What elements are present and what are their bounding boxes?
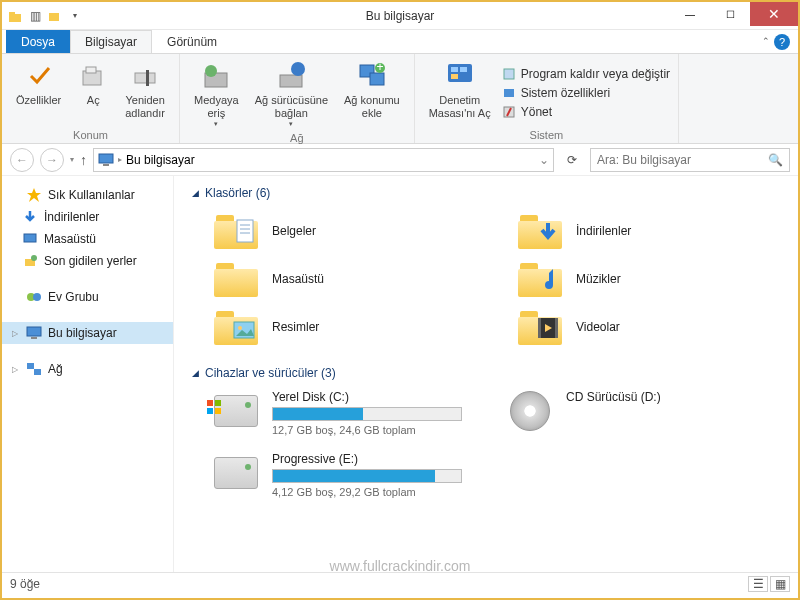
ribbon-open-button[interactable]: Aç: [71, 58, 115, 127]
add-network-icon: +: [356, 60, 388, 92]
uninstall-icon: [501, 66, 517, 82]
up-button[interactable]: ↑: [80, 152, 87, 168]
qat-new-folder-icon[interactable]: [48, 9, 62, 23]
drive-item[interactable]: CD Sürücüsü (D:): [506, 390, 780, 436]
chevron-down-icon: ▾: [289, 120, 293, 128]
network-icon: [26, 361, 42, 377]
collapse-ribbon-icon[interactable]: ⌃: [762, 36, 770, 46]
search-box[interactable]: 🔍: [590, 148, 790, 172]
svg-rect-1: [9, 12, 15, 15]
sidebar-downloads[interactable]: İndirilenler: [2, 206, 173, 228]
computer-icon: [98, 152, 114, 168]
folder-name: İndirilenler: [576, 224, 631, 238]
drive-stats: 12,7 GB boş, 24,6 GB toplam: [272, 424, 462, 436]
search-input[interactable]: [597, 153, 762, 167]
rename-icon: [129, 60, 161, 92]
close-button[interactable]: ✕: [750, 2, 798, 26]
svg-point-10: [291, 62, 305, 76]
section-drives-header[interactable]: ◢ Cihazlar ve sürücüler (3): [192, 366, 780, 380]
svg-rect-5: [135, 73, 155, 83]
sidebar-homegroup[interactable]: Ev Grubu: [2, 286, 173, 308]
folder-item[interactable]: İndirilenler: [516, 210, 780, 252]
desktop-icon: [22, 231, 38, 247]
status-bar: 9 öğe ☰ ▦: [2, 572, 798, 594]
sidebar-recent[interactable]: Son gidilen yerler: [2, 250, 173, 272]
icons-view-button[interactable]: ▦: [770, 576, 790, 592]
cd-drive-icon: [510, 391, 550, 431]
sidebar-favorites[interactable]: Sık Kullanılanlar: [2, 184, 173, 206]
folder-item[interactable]: Resimler: [212, 306, 476, 348]
folder-name: Müzikler: [576, 272, 621, 286]
svg-rect-30: [31, 337, 37, 339]
sidebar-this-pc[interactable]: ▷ Bu bilgisayar: [2, 322, 173, 344]
drive-name: Progressive (E:): [272, 452, 462, 466]
svg-rect-2: [49, 13, 59, 21]
folder-icon: [516, 258, 564, 300]
open-icon: [77, 60, 109, 92]
control-panel-icon: [444, 60, 476, 92]
folder-name: Belgeler: [272, 224, 316, 238]
folder-name: Videolar: [576, 320, 620, 334]
address-dropdown-icon[interactable]: ⌄: [539, 153, 549, 167]
refresh-button[interactable]: ⟳: [560, 148, 584, 172]
search-icon[interactable]: 🔍: [768, 153, 783, 167]
svg-point-8: [205, 65, 217, 77]
folder-item[interactable]: Videolar: [516, 306, 780, 348]
svg-rect-4: [86, 67, 96, 73]
minimize-button[interactable]: —: [670, 2, 710, 26]
back-button[interactable]: ←: [10, 148, 34, 172]
svg-rect-0: [9, 14, 21, 22]
content-pane: ◢ Klasörler (6) Belgeler İndirilenler Ma…: [174, 176, 798, 572]
maximize-button[interactable]: ☐: [710, 2, 750, 26]
help-icon[interactable]: ?: [774, 34, 790, 50]
sidebar-network[interactable]: ▷ Ağ: [2, 358, 173, 380]
map-drive-icon: [275, 60, 307, 92]
breadcrumb[interactable]: Bu bilgisayar: [126, 153, 195, 167]
address-bar[interactable]: ▸ Bu bilgisayar ⌄: [93, 148, 554, 172]
download-arrow-icon: [22, 209, 38, 225]
folder-item[interactable]: Müzikler: [516, 258, 780, 300]
folder-icon: [516, 210, 564, 252]
ribbon-map-drive-button[interactable]: Ağ sürücüsüne bağlan ▾: [249, 58, 334, 130]
computer-icon: [26, 325, 42, 341]
ribbon-properties-button[interactable]: Özellikler: [10, 58, 67, 127]
svg-point-28: [33, 293, 41, 301]
svg-rect-20: [504, 89, 514, 97]
app-icon: [8, 9, 22, 23]
folder-item[interactable]: Belgeler: [212, 210, 476, 252]
drive-item[interactable]: Yerel Disk (C:) 12,7 GB boş, 24,6 GB top…: [212, 390, 486, 436]
recent-locations-icon[interactable]: ▾: [70, 155, 74, 164]
ribbon-group-location: Konum: [10, 127, 171, 141]
drive-name: Yerel Disk (C:): [272, 390, 462, 404]
section-folders-header[interactable]: ◢ Klasörler (6): [192, 186, 780, 200]
main-area: Sık Kullanılanlar İndirilenler Masaüstü …: [2, 176, 798, 572]
svg-rect-18: [451, 74, 458, 79]
svg-rect-17: [460, 67, 467, 72]
details-view-button[interactable]: ☰: [748, 576, 768, 592]
collapse-icon: ◢: [192, 368, 199, 378]
tab-file[interactable]: Dosya: [6, 30, 70, 53]
ribbon-system-properties-button[interactable]: Sistem özellikleri: [501, 85, 670, 101]
ribbon-add-network-button[interactable]: + Ağ konumu ekle: [338, 58, 406, 130]
item-count: 9 öğe: [10, 577, 40, 591]
svg-rect-22: [99, 154, 113, 163]
qat-properties-icon[interactable]: ▥: [28, 9, 42, 23]
tab-computer[interactable]: Bilgisayar: [70, 30, 152, 53]
drive-item[interactable]: Progressive (E:) 4,12 GB boş, 29,2 GB to…: [212, 452, 486, 498]
ribbon-control-panel-button[interactable]: Denetim Masası'nı Aç: [423, 58, 497, 127]
window-title: Bu bilgisayar: [366, 9, 435, 23]
svg-rect-12: [370, 73, 384, 85]
svg-rect-40: [538, 318, 541, 338]
drive-capacity-bar: [272, 469, 462, 483]
ribbon-manage-button[interactable]: Yönet: [501, 104, 670, 120]
forward-button[interactable]: →: [40, 148, 64, 172]
ribbon-rename-button[interactable]: Yeniden adlandır: [119, 58, 171, 127]
svg-rect-32: [34, 369, 41, 375]
checkmark-icon: [23, 60, 55, 92]
tab-view[interactable]: Görünüm: [152, 30, 232, 53]
ribbon-uninstall-button[interactable]: Program kaldır veya değiştir: [501, 66, 670, 82]
ribbon-media-access-button[interactable]: Medyaya eriş ▾: [188, 58, 245, 130]
qat-dropdown-icon[interactable]: ▾: [68, 9, 82, 23]
sidebar-desktop[interactable]: Masaüstü: [2, 228, 173, 250]
folder-item[interactable]: Masaüstü: [212, 258, 476, 300]
